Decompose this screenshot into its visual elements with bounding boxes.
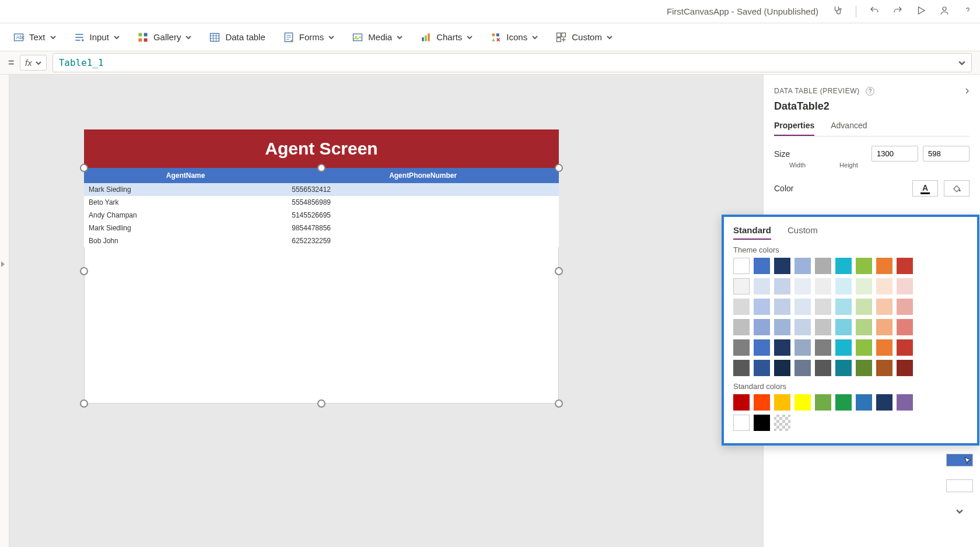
color-swatch[interactable]: [794, 360, 811, 376]
width-input[interactable]: [872, 146, 918, 162]
left-rail[interactable]: [0, 75, 9, 547]
color-swatch[interactable]: [835, 258, 852, 274]
color-swatch[interactable]: [815, 394, 831, 411]
resize-handle[interactable]: [80, 399, 88, 408]
panel-collapse-icon[interactable]: [963, 86, 972, 98]
color-swatch[interactable]: [733, 415, 750, 431]
color-swatch[interactable]: [815, 339, 831, 356]
ribbon-icons[interactable]: Icons: [490, 31, 538, 43]
tab-properties[interactable]: Properties: [774, 121, 814, 136]
resize-handle[interactable]: [317, 399, 326, 408]
color-swatch[interactable]: [754, 299, 770, 315]
font-color-button[interactable]: A: [912, 180, 938, 197]
color-swatch[interactable]: [794, 258, 811, 274]
color-swatch[interactable]: [774, 339, 790, 356]
data-table-control[interactable]: AgentName AgentPhoneNumber Mark Siedling…: [84, 168, 559, 404]
color-swatch[interactable]: [733, 339, 750, 356]
color-swatch[interactable]: [754, 258, 770, 274]
color-swatch[interactable]: [794, 299, 811, 315]
color-swatch[interactable]: [897, 319, 913, 335]
color-swatch[interactable]: [876, 319, 892, 335]
color-swatch[interactable]: [774, 415, 790, 431]
color-swatch[interactable]: [835, 339, 852, 356]
color-swatch[interactable]: [897, 360, 913, 376]
color-swatch[interactable]: [856, 360, 872, 376]
color-swatch[interactable]: [733, 394, 750, 411]
color-swatch[interactable]: [856, 278, 872, 294]
ribbon-forms[interactable]: Forms: [283, 31, 335, 43]
color-swatch[interactable]: [835, 278, 852, 294]
color-swatch[interactable]: [856, 319, 872, 335]
picker-tab-standard[interactable]: Standard: [733, 225, 771, 240]
color-swatch[interactable]: [897, 258, 913, 274]
redo-icon[interactable]: [892, 5, 903, 18]
fill-color-button[interactable]: [944, 180, 970, 197]
color-swatch[interactable]: [835, 299, 852, 315]
undo-icon[interactable]: [869, 5, 880, 18]
formula-input[interactable]: Table1_1: [52, 53, 972, 72]
color-swatch[interactable]: [856, 339, 872, 356]
resize-handle[interactable]: [317, 164, 326, 172]
color-swatch[interactable]: [754, 339, 770, 356]
color-swatch[interactable]: [876, 339, 892, 356]
headfont-dropdown[interactable]: [946, 505, 973, 518]
color-swatch[interactable]: [774, 299, 790, 315]
color-swatch[interactable]: [876, 299, 892, 315]
color-swatch[interactable]: [897, 339, 913, 356]
color-swatch[interactable]: [946, 454, 973, 467]
ribbon-input[interactable]: Input: [74, 31, 120, 43]
formula-expand-icon[interactable]: [958, 59, 965, 66]
color-swatch[interactable]: [876, 360, 892, 376]
color-swatch[interactable]: [876, 278, 892, 294]
color-swatch[interactable]: [815, 278, 831, 294]
picker-tab-custom[interactable]: Custom: [788, 225, 818, 240]
table-row[interactable]: Beto Yark5554856989: [84, 196, 559, 209]
color-swatch[interactable]: [733, 258, 750, 274]
resize-handle[interactable]: [80, 267, 88, 275]
color-swatch[interactable]: [897, 278, 913, 294]
fx-dropdown[interactable]: fx: [20, 55, 47, 71]
help-icon[interactable]: ?: [866, 87, 874, 96]
resize-handle[interactable]: [555, 399, 563, 408]
color-swatch[interactable]: [733, 360, 750, 376]
play-icon[interactable]: [916, 5, 926, 18]
ribbon-datatable[interactable]: Data table: [209, 31, 265, 43]
table-row[interactable]: Mark Siedling9854478856: [84, 222, 559, 234]
color-swatch[interactable]: [794, 339, 811, 356]
ribbon-custom[interactable]: Custom: [555, 31, 612, 43]
color-swatch[interactable]: [856, 299, 872, 315]
color-swatch[interactable]: [876, 394, 892, 411]
ribbon-media[interactable]: Media: [352, 31, 402, 43]
table-row[interactable]: Bob John6252232259: [84, 234, 559, 247]
help-icon[interactable]: [963, 5, 973, 18]
color-swatch[interactable]: [754, 394, 770, 411]
canvas-area[interactable]: Agent Screen AgentName AgentPhoneNumber …: [9, 75, 763, 547]
color-swatch[interactable]: [876, 258, 892, 274]
stethoscope-icon[interactable]: [832, 5, 843, 18]
color-swatch[interactable]: [774, 258, 790, 274]
color-swatch[interactable]: [754, 415, 770, 431]
color-swatch[interactable]: [754, 360, 770, 376]
color-swatch[interactable]: [815, 299, 831, 315]
ribbon-gallery[interactable]: Gallery: [137, 31, 192, 43]
color-swatch[interactable]: [815, 319, 831, 335]
color-swatch[interactable]: [897, 299, 913, 315]
color-swatch[interactable]: [856, 258, 872, 274]
color-swatch[interactable]: [835, 360, 852, 376]
color-swatch[interactable]: [733, 319, 750, 335]
resize-handle[interactable]: [80, 164, 88, 172]
expand-tree-icon[interactable]: [1, 261, 5, 267]
color-swatch[interactable]: [946, 479, 973, 492]
color-swatch[interactable]: [835, 319, 852, 335]
user-icon[interactable]: [939, 5, 950, 18]
col-agentphone[interactable]: AgentPhoneNumber: [287, 168, 559, 183]
ribbon-text[interactable]: Abc Text: [13, 31, 56, 43]
color-swatch[interactable]: [794, 319, 811, 335]
table-row[interactable]: Andy Champan5145526695: [84, 209, 559, 222]
color-swatch[interactable]: [815, 258, 831, 274]
color-swatch[interactable]: [835, 394, 852, 411]
color-swatch[interactable]: [733, 299, 750, 315]
height-input[interactable]: [923, 146, 970, 162]
color-swatch[interactable]: [815, 360, 831, 376]
color-swatch[interactable]: [774, 319, 790, 335]
